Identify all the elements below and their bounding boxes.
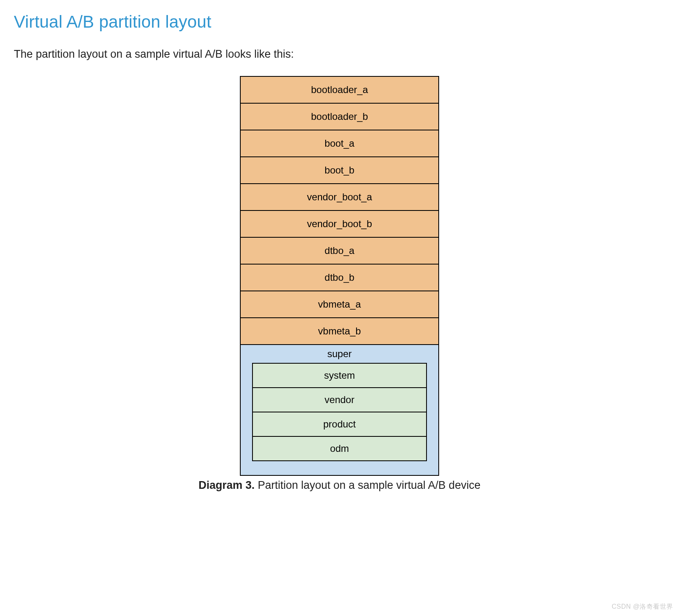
- partition-vendor-boot-b: vendor_boot_b: [240, 210, 439, 238]
- partition-boot-a: boot_a: [240, 130, 439, 157]
- partition-vendor: vendor: [252, 387, 427, 412]
- partition-dtbo-a: dtbo_a: [240, 237, 439, 265]
- partition-stack: bootloader_a bootloader_b boot_a boot_b …: [240, 76, 439, 476]
- super-inner-stack: system vendor product odm: [252, 363, 427, 461]
- diagram-caption: Diagram 3. Partition layout on a sample …: [198, 479, 480, 492]
- super-label: super: [327, 345, 352, 363]
- partition-odm: odm: [252, 436, 427, 461]
- partition-bootloader-a: bootloader_a: [240, 76, 439, 104]
- partition-product: product: [252, 412, 427, 437]
- partition-bootloader-b: bootloader_b: [240, 103, 439, 130]
- watermark: CSDN @洛奇看世界: [612, 603, 673, 611]
- partition-dtbo-b: dtbo_b: [240, 264, 439, 291]
- diagram-container: bootloader_a bootloader_b boot_a boot_b …: [14, 76, 665, 492]
- partition-super: super system vendor product odm: [240, 344, 439, 476]
- intro-text: The partition layout on a sample virtual…: [14, 48, 665, 61]
- partition-vbmeta-b: vbmeta_b: [240, 317, 439, 345]
- page-title: Virtual A/B partition layout: [14, 12, 665, 32]
- caption-text: Partition layout on a sample virtual A/B…: [255, 479, 480, 491]
- partition-system: system: [252, 363, 427, 388]
- caption-prefix: Diagram 3.: [198, 479, 255, 491]
- partition-vbmeta-a: vbmeta_a: [240, 291, 439, 318]
- partition-vendor-boot-a: vendor_boot_a: [240, 183, 439, 211]
- partition-boot-b: boot_b: [240, 156, 439, 184]
